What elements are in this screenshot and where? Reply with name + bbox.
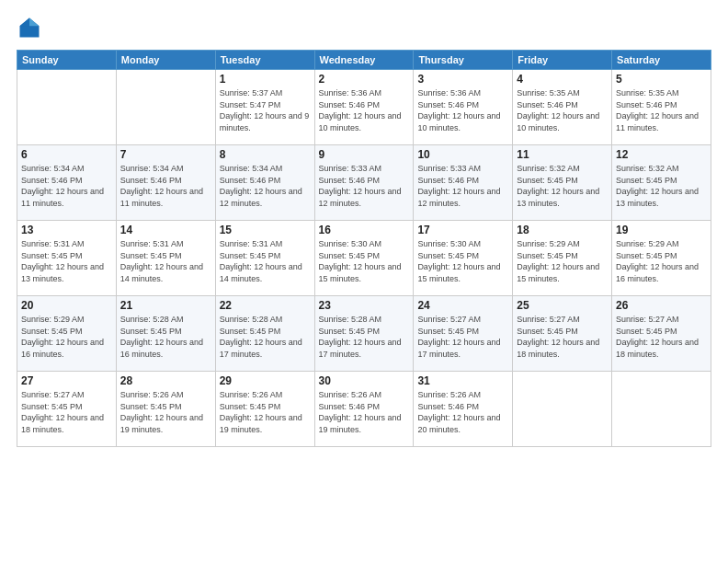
day-number: 19 bbox=[616, 224, 707, 236]
day-number: 26 bbox=[616, 299, 707, 312]
day-info: Sunrise: 5:26 AMSunset: 5:46 PMDaylight:… bbox=[319, 389, 410, 435]
day-info: Sunrise: 5:31 AMSunset: 5:45 PMDaylight:… bbox=[120, 238, 211, 284]
logo bbox=[17, 15, 46, 40]
calendar-cell: 31Sunrise: 5:26 AMSunset: 5:46 PMDayligh… bbox=[414, 372, 513, 447]
calendar-header-day: Saturday bbox=[612, 51, 711, 70]
svg-marker-1 bbox=[29, 18, 40, 27]
day-info: Sunrise: 5:31 AMSunset: 5:45 PMDaylight:… bbox=[21, 238, 112, 284]
day-number: 18 bbox=[517, 224, 608, 236]
day-number: 3 bbox=[417, 73, 508, 86]
day-info: Sunrise: 5:30 AMSunset: 5:45 PMDaylight:… bbox=[417, 238, 508, 284]
day-info: Sunrise: 5:34 AMSunset: 5:46 PMDaylight:… bbox=[21, 163, 112, 209]
calendar-header-day: Monday bbox=[116, 51, 215, 70]
calendar-cell bbox=[513, 372, 612, 447]
day-info: Sunrise: 5:28 AMSunset: 5:45 PMDaylight:… bbox=[319, 314, 410, 360]
day-number: 28 bbox=[120, 374, 211, 387]
calendar-week-row: 20Sunrise: 5:29 AMSunset: 5:45 PMDayligh… bbox=[17, 296, 711, 372]
day-number: 24 bbox=[417, 299, 508, 312]
calendar-cell: 30Sunrise: 5:26 AMSunset: 5:46 PMDayligh… bbox=[314, 372, 414, 447]
day-number: 27 bbox=[21, 374, 112, 387]
calendar-cell: 20Sunrise: 5:29 AMSunset: 5:45 PMDayligh… bbox=[17, 296, 117, 372]
calendar-cell: 7Sunrise: 5:34 AMSunset: 5:46 PMDaylight… bbox=[116, 145, 215, 221]
calendar-cell bbox=[116, 70, 215, 145]
calendar-cell: 12Sunrise: 5:32 AMSunset: 5:45 PMDayligh… bbox=[612, 145, 711, 221]
day-info: Sunrise: 5:30 AMSunset: 5:45 PMDaylight:… bbox=[319, 238, 410, 284]
day-info: Sunrise: 5:36 AMSunset: 5:46 PMDaylight:… bbox=[417, 87, 508, 133]
day-number: 29 bbox=[220, 374, 311, 387]
calendar-cell bbox=[612, 372, 711, 447]
calendar-header-day: Wednesday bbox=[314, 51, 414, 70]
calendar-header-row: SundayMondayTuesdayWednesdayThursdayFrid… bbox=[17, 51, 711, 70]
svg-marker-2 bbox=[20, 18, 30, 27]
day-number: 17 bbox=[417, 224, 508, 236]
day-info: Sunrise: 5:29 AMSunset: 5:45 PMDaylight:… bbox=[21, 314, 112, 360]
day-number: 23 bbox=[319, 299, 410, 312]
calendar-week-row: 6Sunrise: 5:34 AMSunset: 5:46 PMDaylight… bbox=[17, 145, 711, 221]
day-number: 9 bbox=[319, 148, 410, 161]
day-info: Sunrise: 5:27 AMSunset: 5:45 PMDaylight:… bbox=[616, 314, 707, 360]
header bbox=[17, 15, 711, 40]
day-info: Sunrise: 5:27 AMSunset: 5:45 PMDaylight:… bbox=[21, 389, 112, 435]
day-number: 30 bbox=[319, 374, 410, 387]
day-info: Sunrise: 5:29 AMSunset: 5:45 PMDaylight:… bbox=[616, 238, 707, 284]
day-info: Sunrise: 5:33 AMSunset: 5:46 PMDaylight:… bbox=[417, 163, 508, 209]
day-number: 25 bbox=[517, 299, 608, 312]
calendar-header-day: Friday bbox=[513, 51, 612, 70]
day-number: 6 bbox=[21, 148, 112, 161]
calendar-header-day: Tuesday bbox=[215, 51, 314, 70]
calendar-table: SundayMondayTuesdayWednesdayThursdayFrid… bbox=[17, 50, 711, 447]
calendar-cell: 24Sunrise: 5:27 AMSunset: 5:45 PMDayligh… bbox=[414, 296, 513, 372]
day-info: Sunrise: 5:26 AMSunset: 5:46 PMDaylight:… bbox=[417, 389, 508, 435]
calendar-cell: 21Sunrise: 5:28 AMSunset: 5:45 PMDayligh… bbox=[116, 296, 215, 372]
day-info: Sunrise: 5:35 AMSunset: 5:46 PMDaylight:… bbox=[616, 87, 707, 133]
calendar-cell: 9Sunrise: 5:33 AMSunset: 5:46 PMDaylight… bbox=[314, 145, 414, 221]
calendar-cell: 29Sunrise: 5:26 AMSunset: 5:45 PMDayligh… bbox=[215, 372, 314, 447]
day-number: 13 bbox=[21, 224, 112, 236]
day-number: 7 bbox=[120, 148, 211, 161]
logo-icon bbox=[17, 15, 42, 40]
day-number: 14 bbox=[120, 224, 211, 236]
day-info: Sunrise: 5:34 AMSunset: 5:46 PMDaylight:… bbox=[220, 163, 311, 209]
calendar-cell: 22Sunrise: 5:28 AMSunset: 5:45 PMDayligh… bbox=[215, 296, 314, 372]
day-info: Sunrise: 5:28 AMSunset: 5:45 PMDaylight:… bbox=[220, 314, 311, 360]
calendar-cell: 13Sunrise: 5:31 AMSunset: 5:45 PMDayligh… bbox=[17, 221, 117, 296]
day-info: Sunrise: 5:29 AMSunset: 5:45 PMDaylight:… bbox=[517, 238, 608, 284]
calendar-cell: 19Sunrise: 5:29 AMSunset: 5:45 PMDayligh… bbox=[612, 221, 711, 296]
calendar-header-day: Sunday bbox=[17, 51, 117, 70]
day-number: 20 bbox=[21, 299, 112, 312]
day-info: Sunrise: 5:27 AMSunset: 5:45 PMDaylight:… bbox=[517, 314, 608, 360]
day-info: Sunrise: 5:26 AMSunset: 5:45 PMDaylight:… bbox=[220, 389, 311, 435]
calendar-cell: 15Sunrise: 5:31 AMSunset: 5:45 PMDayligh… bbox=[215, 221, 314, 296]
day-info: Sunrise: 5:33 AMSunset: 5:46 PMDaylight:… bbox=[319, 163, 410, 209]
day-info: Sunrise: 5:27 AMSunset: 5:45 PMDaylight:… bbox=[417, 314, 508, 360]
day-number: 8 bbox=[220, 148, 311, 161]
day-info: Sunrise: 5:31 AMSunset: 5:45 PMDaylight:… bbox=[220, 238, 311, 284]
calendar-cell: 14Sunrise: 5:31 AMSunset: 5:45 PMDayligh… bbox=[116, 221, 215, 296]
day-info: Sunrise: 5:34 AMSunset: 5:46 PMDaylight:… bbox=[120, 163, 211, 209]
day-number: 15 bbox=[220, 224, 311, 236]
calendar-week-row: 13Sunrise: 5:31 AMSunset: 5:45 PMDayligh… bbox=[17, 221, 711, 296]
calendar-cell: 16Sunrise: 5:30 AMSunset: 5:45 PMDayligh… bbox=[314, 221, 414, 296]
calendar-cell: 5Sunrise: 5:35 AMSunset: 5:46 PMDaylight… bbox=[612, 70, 711, 145]
calendar-cell: 23Sunrise: 5:28 AMSunset: 5:45 PMDayligh… bbox=[314, 296, 414, 372]
day-number: 16 bbox=[319, 224, 410, 236]
calendar-cell: 26Sunrise: 5:27 AMSunset: 5:45 PMDayligh… bbox=[612, 296, 711, 372]
calendar-cell: 2Sunrise: 5:36 AMSunset: 5:46 PMDaylight… bbox=[314, 70, 414, 145]
day-number: 2 bbox=[319, 73, 410, 86]
calendar-cell: 25Sunrise: 5:27 AMSunset: 5:45 PMDayligh… bbox=[513, 296, 612, 372]
day-info: Sunrise: 5:26 AMSunset: 5:45 PMDaylight:… bbox=[120, 389, 211, 435]
day-info: Sunrise: 5:35 AMSunset: 5:46 PMDaylight:… bbox=[517, 87, 608, 133]
day-info: Sunrise: 5:37 AMSunset: 5:47 PMDaylight:… bbox=[220, 87, 311, 133]
day-number: 12 bbox=[616, 148, 707, 161]
calendar-cell: 28Sunrise: 5:26 AMSunset: 5:45 PMDayligh… bbox=[116, 372, 215, 447]
day-number: 22 bbox=[220, 299, 311, 312]
calendar-cell: 4Sunrise: 5:35 AMSunset: 5:46 PMDaylight… bbox=[513, 70, 612, 145]
calendar-week-row: 27Sunrise: 5:27 AMSunset: 5:45 PMDayligh… bbox=[17, 372, 711, 447]
page: SundayMondayTuesdayWednesdayThursdayFrid… bbox=[0, 0, 728, 563]
day-number: 5 bbox=[616, 73, 707, 86]
day-info: Sunrise: 5:28 AMSunset: 5:45 PMDaylight:… bbox=[120, 314, 211, 360]
calendar-cell bbox=[17, 70, 117, 145]
calendar-cell: 18Sunrise: 5:29 AMSunset: 5:45 PMDayligh… bbox=[513, 221, 612, 296]
day-number: 10 bbox=[417, 148, 508, 161]
calendar-cell: 1Sunrise: 5:37 AMSunset: 5:47 PMDaylight… bbox=[215, 70, 314, 145]
